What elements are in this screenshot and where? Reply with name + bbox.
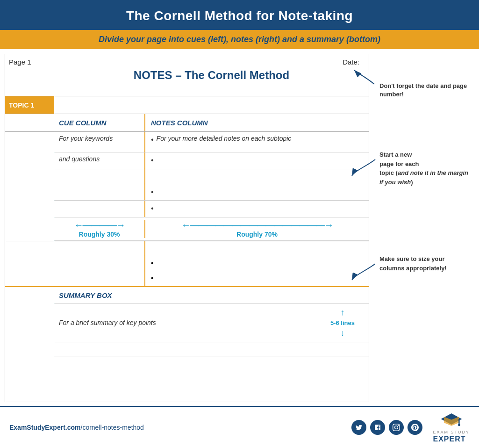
summary-section: SUMMARY BOX For a brief summary of key p…	[5, 287, 369, 356]
brand-icon-svg	[440, 412, 463, 430]
subtitle-text: Divide your page into cues (left), notes…	[99, 35, 380, 44]
lower-cue-3	[54, 271, 145, 286]
footer-right: EXAM STUDY EXPERT	[351, 412, 470, 443]
notes-title-cell: Date: NOTES – The Cornell Method	[54, 54, 369, 96]
cue-cell-empty-2	[54, 201, 145, 217]
bullet-item-1: • For your more detailed notes on each s…	[151, 135, 363, 145]
footer-url-bold[interactable]: ExamStudyExpert.com	[9, 424, 81, 431]
lower-notes-2: •	[145, 256, 369, 271]
lower-cue-2	[54, 256, 145, 271]
bullet-dot-3: •	[151, 187, 154, 197]
social-icons	[351, 420, 422, 435]
annotation-columns: Make sure to size your columns appropria…	[378, 254, 471, 273]
lines-arrow-up: ↑	[340, 308, 344, 318]
lower-row-3: •	[5, 271, 369, 286]
annotations-panel: Don't forget the date and page number! S…	[374, 54, 474, 402]
footer-url: ExamStudyExpert.com/cornell-notes-method	[9, 424, 144, 431]
lines-indicator: ↑ 5-6 lines ↓	[330, 308, 355, 338]
summary-left-margin	[5, 287, 54, 356]
notes-col-header: NOTES COLUMN	[145, 114, 369, 131]
svg-rect-5	[458, 419, 459, 425]
lower-content-rows: • •	[5, 241, 369, 287]
arrow-percentage-row: ←————→ Roughly 30% ←————————————————→ Ro…	[54, 217, 369, 241]
arrow-notes-section: ←————————————————→ Roughly 70%	[145, 220, 369, 238]
summary-body-text: For a brief summary of key points	[59, 319, 156, 326]
lines-arrow-down: ↓	[340, 328, 344, 338]
cue-cell-keywords: For your keywords	[54, 132, 145, 152]
notes-cell-bullet2: •	[145, 152, 369, 169]
col-headers-row: CUE COLUMN NOTES COLUMN	[5, 114, 369, 132]
cue-text-line2: and questions	[59, 155, 100, 163]
summary-header-text: SUMMARY BOX	[59, 291, 112, 299]
bullet-item-4: •	[151, 203, 363, 214]
cue-notes-row-1: For your keywords • For your more detail…	[54, 132, 369, 152]
summary-body-row: For a brief summary of key points ↑ 5-6 …	[54, 304, 369, 342]
summary-content: SUMMARY BOX For a brief summary of key p…	[54, 287, 369, 356]
lower-notes-3: •	[145, 271, 369, 286]
topic-span-cell	[54, 96, 369, 114]
page-label: Page 1	[9, 58, 31, 66]
lower-notes-1	[145, 241, 369, 256]
roughly-70-label: Roughly 70%	[236, 231, 278, 238]
thin-cue-1	[54, 169, 145, 184]
cue-cell-questions: and questions	[54, 152, 145, 169]
lower-cue-1	[54, 241, 145, 256]
bullet-dot-5: •	[151, 259, 154, 267]
date-arrow-svg	[352, 68, 375, 87]
cue-cell-empty-1	[54, 184, 145, 200]
columns-annotation-text: Make sure to size your columns appropria…	[379, 254, 471, 273]
content-area-keywords: For your keywords • For your more detail…	[5, 132, 369, 241]
brand-bottom-text: EXPERT	[433, 435, 470, 443]
cue-notes-area: For your keywords • For your more detail…	[54, 132, 369, 241]
cue-col-header-text: CUE COLUMN	[59, 119, 107, 127]
bullet-item-3: •	[151, 187, 363, 197]
columns-arrow-svg	[350, 259, 378, 282]
cue-notes-row-3: •	[54, 184, 369, 201]
annotation-date: Don't forget the date and page number!	[378, 82, 471, 99]
pinterest-icon[interactable]	[408, 420, 422, 435]
header: The Cornell Method for Note-taking	[0, 0, 479, 30]
double-arrow-cue: ←————→	[74, 220, 125, 231]
facebook-icon[interactable]	[370, 420, 385, 435]
notes-cell-bullet3: •	[145, 184, 369, 200]
subtitle-banner: Divide your page into cues (left), notes…	[0, 30, 479, 49]
diagram-with-annotations: Page 1 Date: NOTES – The Cornell Method …	[5, 54, 474, 402]
cue-notes-row-2: and questions •	[54, 152, 369, 169]
topic-annotation-text: Start a newpage for eachtopic (and note …	[379, 150, 471, 187]
summary-empty-row	[54, 342, 369, 356]
top-row: Page 1 Date: NOTES – The Cornell Method	[5, 54, 369, 96]
lower-left-margin-1	[5, 241, 54, 256]
notes-main-title: NOTES – The Cornell Method	[134, 69, 289, 82]
thin-row-1	[54, 169, 369, 184]
thin-notes-1	[145, 169, 369, 184]
notes-col-header-text: NOTES COLUMN	[151, 119, 208, 127]
bullet-item-2: •	[151, 155, 363, 166]
annotation-topic: Start a newpage for eachtopic (and note …	[378, 150, 471, 187]
topic-arrow-svg	[350, 155, 378, 178]
date-label: Date:	[343, 58, 359, 66]
left-margin-col-header	[5, 114, 54, 131]
lower-left-margin-3	[5, 271, 54, 286]
notes-bullet1-text: For your more detailed notes on each sub…	[157, 135, 292, 142]
instagram-icon[interactable]	[389, 420, 404, 435]
bullet-dot-4: •	[151, 203, 154, 214]
footer: ExamStudyExpert.com/cornell-notes-method	[0, 406, 479, 448]
arrow-cue-section: ←————→ Roughly 30%	[54, 220, 145, 238]
page-title: The Cornell Method for Note-taking	[9, 8, 470, 23]
page-label-cell: Page 1	[5, 54, 54, 96]
cue-text-line1: For your keywords	[59, 135, 113, 142]
roughly-30-label: Roughly 30%	[79, 231, 120, 238]
footer-url-path[interactable]: /cornell-notes-method	[81, 424, 144, 431]
cornell-diagram: Page 1 Date: NOTES – The Cornell Method …	[5, 54, 369, 402]
twitter-icon[interactable]	[351, 420, 366, 435]
svg-point-6	[458, 424, 460, 426]
double-arrow-notes: ←————————————————→	[181, 220, 333, 231]
topic-annotation-italic: and note it in the margin if you wish	[379, 169, 468, 186]
lower-row-2: •	[5, 256, 369, 271]
notes-cell-bullet1: • For your more detailed notes on each s…	[145, 132, 369, 152]
bullet-dot-2: •	[151, 155, 154, 166]
brand-logo: EXAM STUDY EXPERT	[433, 412, 470, 443]
cue-notes-row-4: •	[54, 201, 369, 217]
lower-row-1	[5, 241, 369, 256]
notes-cell-bullet4: •	[145, 201, 369, 217]
